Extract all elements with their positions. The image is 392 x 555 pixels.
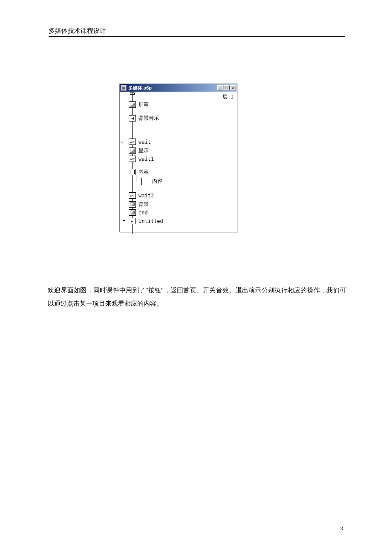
page-number: 3 (340, 525, 343, 532)
titlebar[interactable]: ▦ 多媒体.a6p _ □ × (120, 84, 237, 92)
navigate-arrow-icon: ◄ (122, 218, 125, 223)
node-label: 显示 (138, 147, 149, 154)
maximize-button[interactable]: □ (224, 85, 230, 90)
layer-label: 层 1 (222, 93, 233, 101)
node-display-end[interactable]: end (129, 209, 148, 216)
window-controls: _ □ × (217, 85, 236, 90)
display-icon (129, 209, 136, 216)
node-wait1[interactable]: WAIT wait1 (129, 156, 154, 162)
node-display-bg[interactable]: 背景 (129, 201, 149, 208)
navigate-icon (129, 218, 136, 224)
node-sound[interactable]: 背景音乐 (129, 115, 159, 122)
display-icon (129, 101, 136, 108)
sound-icon (129, 115, 136, 121)
node-label: 屏幕 (138, 101, 149, 108)
node-display-show[interactable]: 显示 (129, 147, 149, 154)
node-label: 背景音乐 (138, 115, 159, 122)
node-label: wait1 (138, 156, 154, 162)
node-framework[interactable]: 内容 (129, 168, 149, 176)
node-wait[interactable]: WAIT wait (129, 139, 151, 145)
wait-icon: WAIT (129, 139, 136, 145)
node-label: 背景 (138, 201, 149, 208)
minimize-button[interactable]: _ (217, 85, 223, 90)
wait-icon: WAIT (129, 192, 136, 199)
display-icon (129, 147, 136, 154)
node-map-sub[interactable]: 内容 (141, 178, 162, 185)
node-display-screen[interactable]: 屏幕 (129, 101, 149, 108)
node-wait2[interactable]: WAIT wait2 (129, 192, 154, 199)
hand-pointer-icon: ☞ (121, 139, 124, 145)
connector (136, 175, 136, 181)
node-label: end (138, 210, 148, 216)
wait-icon: WAIT (129, 156, 136, 162)
node-label: wait (138, 139, 151, 145)
map-icon (141, 179, 142, 185)
authorware-window: ▦ 多媒体.a6p _ □ × 层 1 ☞ 屏幕 背景音乐 WAIT wait … (119, 84, 237, 232)
node-label: 内容 (138, 168, 149, 176)
node-label: Untitled (138, 218, 163, 224)
framework-icon (129, 169, 136, 175)
body-paragraph: 欢迎界面如图，同时课件中用到了"按钮"，返回首页、开关音效、退出演示分别执行相应… (48, 284, 346, 310)
app-icon: ▦ (121, 85, 127, 91)
header-underline (49, 36, 345, 37)
node-navigate[interactable]: Untitled (129, 218, 163, 224)
node-label: wait2 (138, 193, 154, 199)
flowline-area: 层 1 ☞ 屏幕 背景音乐 WAIT wait 显示 WAIT wait1 内容 (120, 92, 237, 232)
titlebar-left: ▦ 多媒体.a6p (121, 85, 152, 91)
display-icon (129, 201, 136, 208)
window-title: 多媒体.a6p (128, 85, 152, 91)
node-label: 内容 (152, 178, 162, 185)
page-header: 多媒体技术课程设计 (49, 27, 106, 35)
close-button[interactable]: × (230, 85, 236, 90)
connector (136, 181, 141, 181)
